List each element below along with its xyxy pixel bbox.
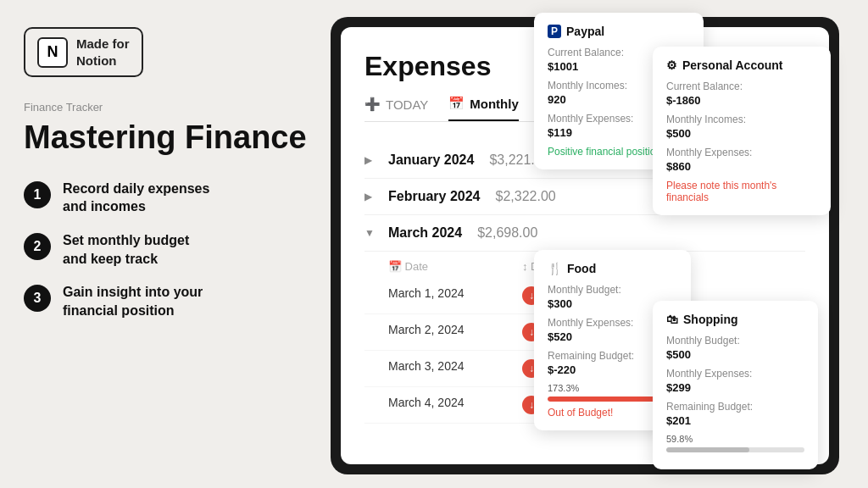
tab-today-label: TODAY: [386, 97, 428, 112]
feature-number-3: 3: [24, 285, 51, 312]
calendar-icon: 📅: [448, 96, 465, 111]
paypal-icon: P: [548, 25, 561, 38]
feature-list: 1 Record daily expensesand incomes 2 Set…: [24, 180, 307, 320]
tab-monthly-label: Monthly: [470, 97, 519, 111]
tab-monthly[interactable]: 📅 Monthly: [448, 96, 519, 121]
shopping-progress-bar: [666, 447, 804, 452]
shopping-card: 🛍 Shopping Monthly Budget: $500 Monthly …: [653, 301, 818, 469]
food-budget-label: Monthly Budget:: [548, 284, 677, 296]
shopping-progress-fill: [666, 447, 749, 452]
date-header: 📅 Date: [388, 260, 515, 273]
march-label: March 2024: [388, 225, 462, 241]
personal-expenses-label: Monthly Expenses:: [666, 147, 817, 158]
personal-balance-label: Current Balance:: [666, 80, 817, 92]
february-label: February 2024: [388, 189, 481, 204]
feature-text-3: Gain insight into yourfinancial position: [63, 283, 203, 319]
notion-badge: N Made for Notion: [24, 27, 143, 77]
february-amount: $2,322.00: [496, 189, 556, 204]
shopping-expenses: $299: [666, 381, 804, 394]
personal-title: ⚙ Personal Account: [666, 58, 817, 72]
personal-icon: ⚙: [666, 58, 677, 72]
finance-tracker-label: Finance Tracker: [24, 101, 307, 114]
march-amount: $2,698.00: [477, 225, 537, 241]
personal-incomes: $500: [666, 127, 817, 140]
main-title: Mastering Finance: [24, 120, 307, 156]
feature-number-2: 2: [24, 233, 51, 260]
notion-icon: N: [37, 37, 68, 68]
feature-text-2: Set monthly budgetand keep track: [63, 231, 189, 268]
date-cell-3: March 3, 2024: [388, 359, 515, 378]
tab-today[interactable]: ➕ TODAY: [364, 97, 428, 120]
january-arrow: ▶: [364, 154, 378, 166]
january-label: January 2024: [388, 152, 474, 168]
food-title: 🍴 Food: [548, 262, 677, 275]
personal-balance: $-1860: [666, 94, 817, 107]
shopping-title: 🛍 Shopping: [666, 313, 804, 326]
date-cell-4: March 4, 2024: [388, 396, 515, 414]
shopping-expenses-label: Monthly Expenses:: [666, 368, 804, 380]
personal-warning: Please note this month's financials: [666, 180, 817, 203]
feature-number-1: 1: [24, 181, 51, 208]
shopping-remaining-label: Remaining Budget:: [666, 401, 804, 413]
shopping-icon: 🛍: [666, 313, 678, 326]
shopping-remaining: $201: [666, 414, 804, 427]
shopping-progress-label: 59.8%: [666, 434, 804, 444]
feature-item-3: 3 Gain insight into yourfinancial positi…: [24, 283, 307, 319]
notion-label: Notion: [76, 53, 130, 69]
march-row[interactable]: ▼ March 2024 $2,698.00: [364, 215, 805, 252]
feature-text-1: Record daily expensesand incomes: [63, 180, 209, 216]
left-panel: N Made for Notion Finance Tracker Master…: [0, 0, 331, 488]
paypal-title: P Paypal: [548, 25, 690, 38]
march-arrow: ▼: [364, 227, 378, 239]
personal-incomes-label: Monthly Incomes:: [666, 114, 817, 125]
notion-badge-text: Made for Notion: [76, 36, 130, 69]
made-for-label: Made for: [76, 36, 130, 53]
food-icon: 🍴: [548, 262, 562, 275]
february-arrow: ▶: [364, 191, 378, 202]
date-cell-2: March 2, 2024: [388, 323, 515, 341]
notion-icon-char: N: [47, 43, 58, 61]
shopping-budget-label: Monthly Budget:: [666, 335, 804, 347]
personal-expenses: $860: [666, 160, 817, 173]
feature-item-2: 2 Set monthly budgetand keep track: [24, 231, 307, 268]
shopping-budget: $500: [666, 348, 804, 361]
date-cell-1: March 1, 2024: [388, 286, 515, 305]
app-panel: Expenses ➕ TODAY 📅 Monthly ▶ January 202…: [322, 0, 868, 488]
personal-card: ⚙ Personal Account Current Balance: $-18…: [653, 47, 831, 215]
plus-icon: ➕: [364, 97, 381, 112]
feature-item-1: 1 Record daily expensesand incomes: [24, 180, 307, 216]
